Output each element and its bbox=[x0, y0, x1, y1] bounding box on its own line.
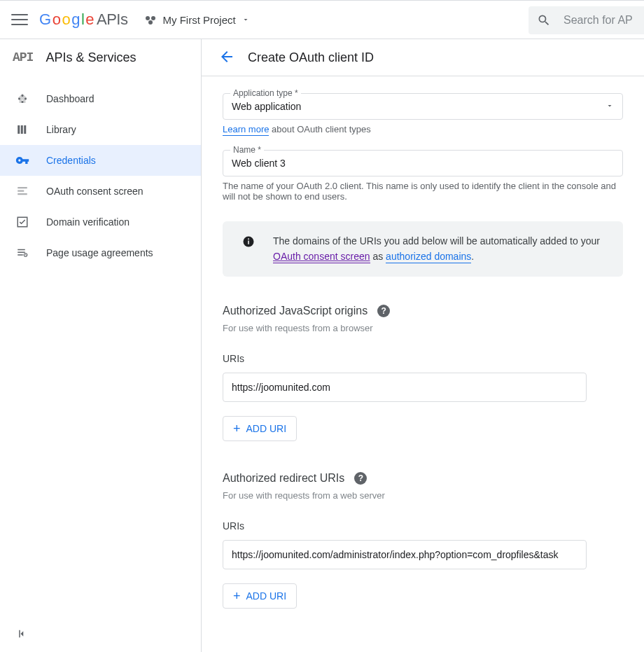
sidebar-item-page-usage[interactable]: Page usage agreements bbox=[0, 237, 201, 268]
project-name: My First Project bbox=[162, 14, 235, 26]
svg-point-3 bbox=[18, 98, 20, 100]
add-js-origin-button[interactable]: + ADD URI bbox=[223, 416, 297, 441]
agreement-icon bbox=[15, 246, 29, 260]
redirect-uris-subtext: For use with requests from a web server bbox=[223, 490, 623, 501]
learn-more-link[interactable]: Learn more bbox=[223, 124, 269, 136]
sidebar-item-label: Library bbox=[46, 124, 76, 135]
name-field-wrapper: Name * bbox=[223, 150, 623, 176]
redirect-uris-label: URIs bbox=[223, 520, 623, 532]
help-icon[interactable]: ? bbox=[377, 305, 390, 317]
svg-point-0 bbox=[146, 16, 150, 20]
dashboard-icon bbox=[15, 92, 29, 106]
svg-rect-10 bbox=[18, 187, 27, 188]
api-logo-icon: API bbox=[13, 50, 33, 64]
svg-point-5 bbox=[24, 98, 27, 100]
js-origin-uri-field bbox=[223, 373, 587, 402]
svg-point-2 bbox=[148, 20, 153, 25]
search-placeholder: Search for AP bbox=[564, 14, 633, 27]
sidebar-item-label: Dashboard bbox=[46, 93, 94, 104]
redirect-uri-input[interactable] bbox=[232, 549, 578, 560]
key-icon bbox=[15, 153, 29, 167]
svg-rect-9 bbox=[24, 125, 26, 134]
redirect-uri-field bbox=[223, 540, 587, 569]
info-banner: The domains of the URIs you add below wi… bbox=[223, 221, 623, 277]
search-input[interactable]: Search for AP bbox=[528, 6, 644, 34]
svg-rect-11 bbox=[18, 190, 24, 192]
sidebar-title: APIs & Services bbox=[46, 50, 136, 65]
help-icon[interactable]: ? bbox=[354, 472, 367, 485]
search-icon bbox=[537, 13, 551, 27]
authorized-domains-link[interactable]: authorized domains bbox=[386, 251, 471, 263]
svg-rect-12 bbox=[18, 193, 27, 195]
library-icon bbox=[15, 123, 29, 137]
sidebar-item-label: Credentials bbox=[46, 155, 96, 166]
sidebar-header: API APIs & Services bbox=[0, 39, 201, 76]
name-input[interactable] bbox=[232, 158, 614, 169]
check-icon bbox=[15, 215, 29, 229]
svg-point-4 bbox=[22, 95, 24, 97]
application-type-select[interactable]: Application type * Web application bbox=[223, 93, 623, 120]
svg-point-1 bbox=[151, 16, 155, 20]
svg-rect-16 bbox=[18, 254, 23, 256]
svg-rect-14 bbox=[18, 249, 25, 251]
sidebar-item-label: Page usage agreements bbox=[46, 247, 153, 258]
sidebar-item-domain-verification[interactable]: Domain verification bbox=[0, 207, 201, 237]
logo-suffix: APIs bbox=[97, 11, 127, 29]
collapse-sidebar-button[interactable] bbox=[15, 627, 28, 642]
redirect-uris-title: Authorized redirect URIs ? bbox=[223, 472, 623, 485]
name-helper: The name of your OAuth 2.0 client. This … bbox=[223, 181, 623, 202]
page-title: Create OAuth client ID bbox=[248, 50, 374, 65]
chevron-down-icon bbox=[606, 101, 614, 112]
menu-button[interactable] bbox=[11, 11, 28, 28]
project-picker[interactable]: My First Project bbox=[144, 13, 249, 26]
app-type-value: Web application bbox=[232, 101, 301, 112]
js-origins-uris-label: URIs bbox=[223, 353, 623, 364]
oauth-consent-link[interactable]: OAuth consent screen bbox=[273, 251, 370, 263]
js-origin-uri-input[interactable] bbox=[232, 382, 578, 393]
js-origins-title: Authorized JavaScript origins ? bbox=[223, 305, 623, 317]
project-icon bbox=[144, 13, 157, 26]
back-button[interactable] bbox=[218, 48, 235, 67]
info-icon bbox=[242, 235, 255, 248]
svg-point-21 bbox=[248, 238, 249, 240]
sidebar-item-oauth-consent[interactable]: OAuth consent screen bbox=[0, 176, 201, 207]
name-label: Name * bbox=[230, 145, 264, 155]
add-redirect-uri-button[interactable]: + ADD URI bbox=[223, 583, 297, 609]
svg-rect-7 bbox=[18, 125, 20, 134]
svg-rect-15 bbox=[18, 252, 25, 254]
svg-rect-8 bbox=[21, 125, 23, 134]
sidebar-item-label: OAuth consent screen bbox=[46, 186, 144, 197]
chevron-down-icon bbox=[241, 15, 250, 24]
google-apis-logo: Google APIs bbox=[39, 11, 127, 29]
sidebar-item-dashboard[interactable]: Dashboard bbox=[0, 83, 201, 114]
svg-point-6 bbox=[22, 101, 24, 103]
js-origins-subtext: For use with requests from a browser bbox=[223, 323, 623, 333]
sidebar-item-library[interactable]: Library bbox=[0, 114, 201, 145]
app-type-label: Application type * bbox=[230, 88, 301, 98]
sidebar-item-label: Domain verification bbox=[46, 216, 130, 228]
consent-icon bbox=[15, 184, 29, 198]
plus-icon: + bbox=[233, 422, 241, 435]
svg-rect-20 bbox=[248, 241, 249, 244]
plus-icon: + bbox=[233, 590, 241, 602]
svg-rect-18 bbox=[19, 630, 20, 638]
app-type-helper: Learn more about OAuth client types bbox=[223, 124, 623, 134]
sidebar-item-credentials[interactable]: Credentials bbox=[0, 145, 201, 176]
